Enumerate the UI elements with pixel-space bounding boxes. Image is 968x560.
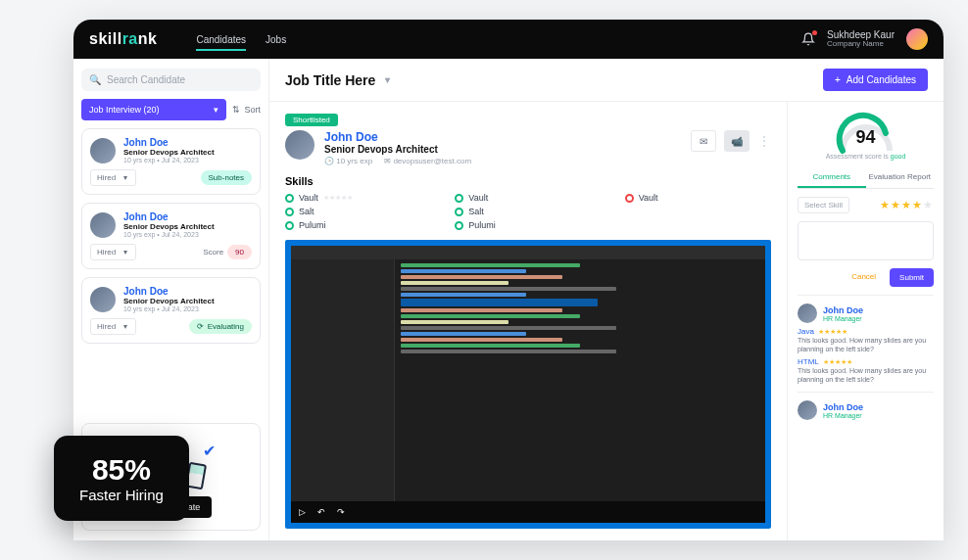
search-placeholder: Search Candidate xyxy=(107,74,185,85)
candidate-card[interactable]: John Doe Senior Devops Architect 10 yrs … xyxy=(81,128,261,195)
skills-title: Skills xyxy=(285,175,771,187)
select-skill[interactable]: Select Skill xyxy=(798,197,849,213)
rewind-icon[interactable]: ↶ xyxy=(317,507,325,517)
forward-icon[interactable]: ↷ xyxy=(337,507,345,517)
commenter-avatar xyxy=(798,400,817,420)
video-icon[interactable]: 📹 xyxy=(724,130,750,152)
rating-row: Select Skill ★★★★★ xyxy=(798,197,934,213)
chevron-down-icon: ▾ xyxy=(123,248,127,257)
sort-button[interactable]: ⇅ Sort xyxy=(232,105,261,115)
commenter-name: John Doe xyxy=(823,402,863,412)
comment-input[interactable] xyxy=(798,221,934,260)
commenter-name: John Doe xyxy=(823,305,863,315)
candidate-name: John Doe xyxy=(123,286,215,297)
add-candidates-button[interactable]: + Add Candidates xyxy=(823,69,928,91)
play-icon[interactable]: ▷ xyxy=(299,507,306,517)
status-select[interactable]: Hired▾ xyxy=(90,318,136,335)
plus-icon: + xyxy=(835,74,841,85)
candidate-name: John Doe xyxy=(123,137,215,148)
search-input[interactable]: 🔍 Search Candidate xyxy=(81,69,261,91)
candidate-avatar xyxy=(90,212,116,238)
shortlisted-badge: Shortlisted xyxy=(285,114,338,126)
skill-item: Vault xyxy=(455,193,601,203)
user-avatar[interactable] xyxy=(906,28,928,50)
right-rail: 94 Assessment score is good Comments Eva… xyxy=(787,102,944,540)
main: 🔍 Search Candidate Job Interview (20) ▾ … xyxy=(73,59,944,540)
nav-tab-jobs[interactable]: Jobs xyxy=(266,23,286,57)
commenter-avatar xyxy=(798,303,817,323)
nav-tabs: Candidates Jobs xyxy=(196,23,286,57)
evaluating-pill: ⟳Evaluating xyxy=(189,319,252,334)
gauge-value: 94 xyxy=(835,127,897,148)
skill-item xyxy=(625,207,771,216)
candidate-avatar xyxy=(90,138,116,163)
interview-video: ▷ ↶ ↷ xyxy=(285,240,771,529)
skill-item: Salt xyxy=(455,207,601,216)
skill-item: Pulumi xyxy=(455,220,601,230)
promo-sub: Faster Hiring xyxy=(79,487,164,503)
content: Job Title Here ▾ + Add Candidates Shortl… xyxy=(269,59,944,540)
candidate-meta: 10 yrs exp • Jul 24, 2023 xyxy=(123,231,215,238)
chevron-down-icon: ▾ xyxy=(123,173,127,182)
more-icon[interactable]: ⋮ xyxy=(757,133,771,149)
comment-item: John Doe HR Manager xyxy=(798,392,934,420)
chevron-down-icon: ▾ xyxy=(385,74,390,85)
submit-button[interactable]: Submit xyxy=(890,268,934,287)
content-header: Job Title Here ▾ + Add Candidates xyxy=(269,59,944,102)
user-meta: Sukhdeep Kaur Company Name xyxy=(827,29,895,49)
promo-big: 85% xyxy=(79,453,164,487)
chevron-down-icon: ▾ xyxy=(123,322,127,331)
candidate-role: Senior Devops Architect xyxy=(123,297,215,305)
candidate-card[interactable]: John Doe Senior Devops Architect 10 yrs … xyxy=(81,277,261,344)
commenter-role: HR Manager xyxy=(823,412,863,419)
comment-skill: Java ★★★★★ xyxy=(798,327,934,336)
candidate-meta: 10 yrs exp • Jul 24, 2023 xyxy=(123,157,215,163)
brand-logo: skillrank xyxy=(89,30,157,48)
candidate-name: John Doe xyxy=(123,211,215,222)
skill-item: Vault★★★★★ xyxy=(285,193,431,203)
status-select[interactable]: Hired▾ xyxy=(90,244,136,260)
nav-tab-candidates[interactable]: Candidates xyxy=(196,23,246,57)
score-badge: 90 xyxy=(227,245,252,259)
video-controls: ▷ ↶ ↷ xyxy=(291,501,765,523)
promo-overlay: 85% Faster Hiring xyxy=(54,436,189,521)
sort-icon: ⇅ xyxy=(232,105,240,115)
check-icon: ✔ xyxy=(203,442,220,459)
candidate-role: Senior Devops Architect xyxy=(123,222,215,231)
skills-block: Skills Vault★★★★★VaultVaultSaltSaltPulum… xyxy=(285,175,771,230)
candidate-meta: 10 yrs exp • Jul 24, 2023 xyxy=(123,305,215,312)
subnotes-pill[interactable]: Sub-notes xyxy=(201,170,252,185)
skill-item: Pulumi xyxy=(285,220,431,230)
filter-row: Job Interview (20) ▾ ⇅ Sort xyxy=(81,99,261,120)
app-window: skillrank Candidates Jobs Sukhdeep Kaur … xyxy=(73,20,944,540)
comment-text: This looks good. How many slides are you… xyxy=(798,336,934,353)
comment-text: This looks good. How many slides are you… xyxy=(798,366,934,384)
notifications-icon[interactable] xyxy=(801,32,815,46)
candidate-avatar xyxy=(90,287,116,312)
candidate-avatar xyxy=(285,130,315,160)
detail-meta: 🕒 10 yrs exp ✉ devopsuser@test.com xyxy=(324,157,471,165)
topbar-right: Sukhdeep Kaur Company Name xyxy=(801,28,928,50)
score-label: Score xyxy=(203,248,223,257)
rating-stars[interactable]: ★★★★★ xyxy=(880,199,934,211)
cancel-button[interactable]: Cancel xyxy=(844,268,884,287)
candidate-role: Senior Devops Architect xyxy=(123,148,215,157)
status-select[interactable]: Hired▾ xyxy=(90,169,136,186)
commenter-role: HR Manager xyxy=(823,315,863,322)
skill-item: Salt xyxy=(285,207,431,216)
candidate-card[interactable]: John Doe Senior Devops Architect 10 yrs … xyxy=(81,203,261,269)
topbar: skillrank Candidates Jobs Sukhdeep Kaur … xyxy=(73,20,944,59)
job-title[interactable]: Job Title Here ▾ xyxy=(285,72,390,88)
candidate-detail: Shortlisted John Doe Senior Devops Archi… xyxy=(269,102,787,540)
stage-filter[interactable]: Job Interview (20) ▾ xyxy=(81,99,226,120)
detail-role: Senior Devops Architect xyxy=(324,144,471,155)
assessment-gauge: 94 Assessment score is good xyxy=(798,112,934,160)
user-company: Company Name xyxy=(827,40,895,49)
detail-name: John Doe xyxy=(324,130,471,144)
comment-skill: HTML ★★★★★ xyxy=(798,357,934,366)
comment-item: John Doe HR Manager Java ★★★★★ This look… xyxy=(798,295,934,384)
search-icon: 🔍 xyxy=(89,74,101,85)
skill-item: Vault xyxy=(625,193,771,203)
chevron-down-icon: ▾ xyxy=(214,105,218,115)
mail-icon[interactable]: ✉ xyxy=(691,130,716,152)
